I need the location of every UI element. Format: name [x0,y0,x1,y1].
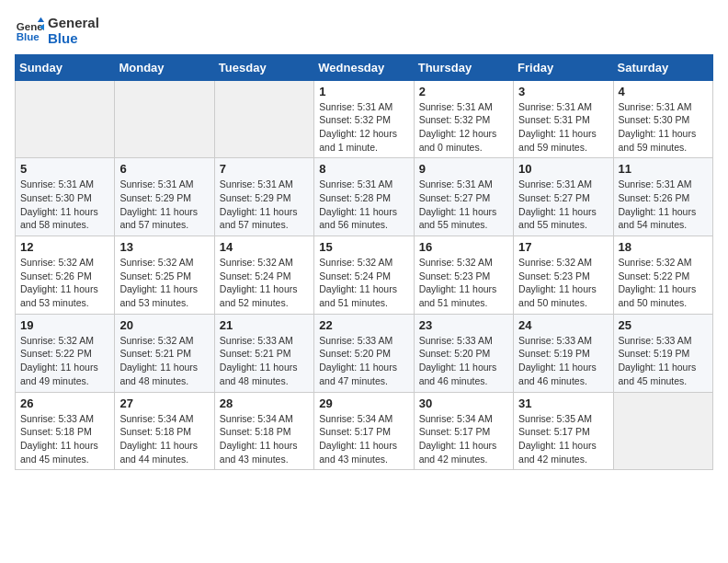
calendar-cell [115,80,214,158]
day-number: 27 [119,396,209,410]
day-info: Sunrise: 5:34 AMSunset: 5:17 PMDaylight:… [319,412,408,466]
calendar-cell: 24Sunrise: 5:33 AMSunset: 5:19 PMDayligh… [514,314,613,392]
weekday-header-row: SundayMondayTuesdayWednesdayThursdayFrid… [16,54,713,80]
logo-blue: Blue [48,30,99,46]
calendar-cell [613,392,712,470]
calendar-week-row: 1Sunrise: 5:31 AMSunset: 5:32 PMDaylight… [16,80,713,158]
day-number: 26 [20,396,109,410]
day-info: Sunrise: 5:32 AMSunset: 5:22 PMDaylight:… [619,256,708,310]
day-info: Sunrise: 5:31 AMSunset: 5:27 PMDaylight:… [419,178,508,232]
calendar-cell: 16Sunrise: 5:32 AMSunset: 5:23 PMDayligh… [414,236,513,315]
day-info: Sunrise: 5:31 AMSunset: 5:32 PMDaylight:… [419,100,508,155]
day-info: Sunrise: 5:33 AMSunset: 5:19 PMDaylight:… [518,334,608,388]
calendar-cell: 29Sunrise: 5:34 AMSunset: 5:17 PMDayligh… [314,392,414,470]
calendar-cell: 22Sunrise: 5:33 AMSunset: 5:20 PMDayligh… [314,314,414,392]
day-number: 16 [419,240,508,254]
day-info: Sunrise: 5:32 AMSunset: 5:22 PMDaylight:… [20,334,109,388]
calendar-cell: 9Sunrise: 5:31 AMSunset: 5:27 PMDaylight… [414,158,513,236]
calendar-cell: 8Sunrise: 5:31 AMSunset: 5:28 PMDaylight… [314,158,414,236]
day-number: 3 [518,85,608,98]
logo-icon: General Blue [15,16,44,45]
calendar-cell: 15Sunrise: 5:32 AMSunset: 5:24 PMDayligh… [314,236,414,315]
calendar-week-row: 19Sunrise: 5:32 AMSunset: 5:22 PMDayligh… [16,314,713,392]
calendar-cell: 30Sunrise: 5:34 AMSunset: 5:17 PMDayligh… [414,392,513,470]
calendar-cell: 7Sunrise: 5:31 AMSunset: 5:29 PMDaylight… [214,158,313,236]
day-number: 30 [419,396,508,410]
calendar-cell [214,80,313,158]
day-info: Sunrise: 5:32 AMSunset: 5:26 PMDaylight:… [20,256,109,310]
day-number: 20 [119,318,209,332]
day-number: 2 [419,85,508,98]
day-info: Sunrise: 5:31 AMSunset: 5:27 PMDaylight:… [518,178,608,232]
day-number: 22 [319,318,408,332]
logo: General Blue General Blue [15,15,99,47]
calendar-cell: 28Sunrise: 5:34 AMSunset: 5:18 PMDayligh… [214,392,313,470]
day-number: 6 [119,162,209,176]
svg-text:Blue: Blue [17,31,40,42]
day-number: 25 [619,318,708,332]
calendar-cell: 4Sunrise: 5:31 AMSunset: 5:30 PMDaylight… [613,80,712,158]
day-number: 19 [20,318,109,332]
day-info: Sunrise: 5:32 AMSunset: 5:23 PMDaylight:… [419,256,508,310]
calendar-week-row: 26Sunrise: 5:33 AMSunset: 5:18 PMDayligh… [16,392,713,470]
day-info: Sunrise: 5:34 AMSunset: 5:18 PMDaylight:… [220,412,309,466]
day-number: 13 [119,240,209,254]
calendar-cell [16,80,115,158]
calendar-cell: 18Sunrise: 5:32 AMSunset: 5:22 PMDayligh… [613,236,712,315]
day-number: 4 [619,85,708,98]
calendar-week-row: 5Sunrise: 5:31 AMSunset: 5:30 PMDaylight… [16,158,713,236]
day-number: 11 [619,162,708,176]
day-number: 5 [20,162,109,176]
calendar-cell: 27Sunrise: 5:34 AMSunset: 5:18 PMDayligh… [115,392,214,470]
calendar-cell: 20Sunrise: 5:32 AMSunset: 5:21 PMDayligh… [115,314,214,392]
weekday-header: Sunday [16,54,115,80]
day-number: 24 [518,318,608,332]
weekday-header: Wednesday [314,54,414,80]
day-info: Sunrise: 5:33 AMSunset: 5:21 PMDaylight:… [220,334,309,388]
calendar-cell: 2Sunrise: 5:31 AMSunset: 5:32 PMDaylight… [414,80,513,158]
day-number: 29 [319,396,408,410]
day-info: Sunrise: 5:31 AMSunset: 5:31 PMDaylight:… [518,100,608,155]
day-info: Sunrise: 5:31 AMSunset: 5:28 PMDaylight:… [319,178,408,232]
weekday-header: Thursday [414,54,513,80]
day-info: Sunrise: 5:33 AMSunset: 5:19 PMDaylight:… [619,334,708,388]
day-number: 28 [220,396,309,410]
calendar-cell: 11Sunrise: 5:31 AMSunset: 5:26 PMDayligh… [613,158,712,236]
day-info: Sunrise: 5:32 AMSunset: 5:24 PMDaylight:… [319,256,408,310]
weekday-header: Tuesday [214,54,313,80]
day-info: Sunrise: 5:32 AMSunset: 5:23 PMDaylight:… [518,256,608,310]
day-info: Sunrise: 5:33 AMSunset: 5:18 PMDaylight:… [20,412,109,466]
day-info: Sunrise: 5:33 AMSunset: 5:20 PMDaylight:… [419,334,508,388]
calendar-week-row: 12Sunrise: 5:32 AMSunset: 5:26 PMDayligh… [16,236,713,315]
calendar-cell: 17Sunrise: 5:32 AMSunset: 5:23 PMDayligh… [514,236,613,315]
weekday-header: Friday [514,54,613,80]
calendar-cell: 1Sunrise: 5:31 AMSunset: 5:32 PMDaylight… [314,80,414,158]
day-number: 7 [220,162,309,176]
calendar-cell: 26Sunrise: 5:33 AMSunset: 5:18 PMDayligh… [16,392,115,470]
day-info: Sunrise: 5:34 AMSunset: 5:17 PMDaylight:… [419,412,508,466]
day-number: 1 [319,85,408,98]
day-info: Sunrise: 5:31 AMSunset: 5:32 PMDaylight:… [319,100,408,155]
day-number: 9 [419,162,508,176]
logo-general: General [48,15,99,30]
calendar-cell: 14Sunrise: 5:32 AMSunset: 5:24 PMDayligh… [214,236,313,315]
day-info: Sunrise: 5:31 AMSunset: 5:26 PMDaylight:… [619,178,708,232]
calendar-cell: 10Sunrise: 5:31 AMSunset: 5:27 PMDayligh… [514,158,613,236]
day-number: 18 [619,240,708,254]
calendar-cell: 25Sunrise: 5:33 AMSunset: 5:19 PMDayligh… [613,314,712,392]
weekday-header: Monday [115,54,214,80]
day-number: 8 [319,162,408,176]
day-number: 14 [220,240,309,254]
weekday-header: Saturday [613,54,712,80]
calendar-cell: 19Sunrise: 5:32 AMSunset: 5:22 PMDayligh… [16,314,115,392]
calendar-cell: 13Sunrise: 5:32 AMSunset: 5:25 PMDayligh… [115,236,214,315]
day-number: 10 [518,162,608,176]
calendar-cell: 12Sunrise: 5:32 AMSunset: 5:26 PMDayligh… [16,236,115,315]
calendar-cell: 6Sunrise: 5:31 AMSunset: 5:29 PMDaylight… [115,158,214,236]
calendar-cell: 3Sunrise: 5:31 AMSunset: 5:31 PMDaylight… [514,80,613,158]
calendar-cell: 31Sunrise: 5:35 AMSunset: 5:17 PMDayligh… [514,392,613,470]
day-info: Sunrise: 5:35 AMSunset: 5:17 PMDaylight:… [518,412,608,466]
day-info: Sunrise: 5:31 AMSunset: 5:30 PMDaylight:… [619,100,708,155]
calendar-cell: 21Sunrise: 5:33 AMSunset: 5:21 PMDayligh… [214,314,313,392]
calendar-cell: 23Sunrise: 5:33 AMSunset: 5:20 PMDayligh… [414,314,513,392]
